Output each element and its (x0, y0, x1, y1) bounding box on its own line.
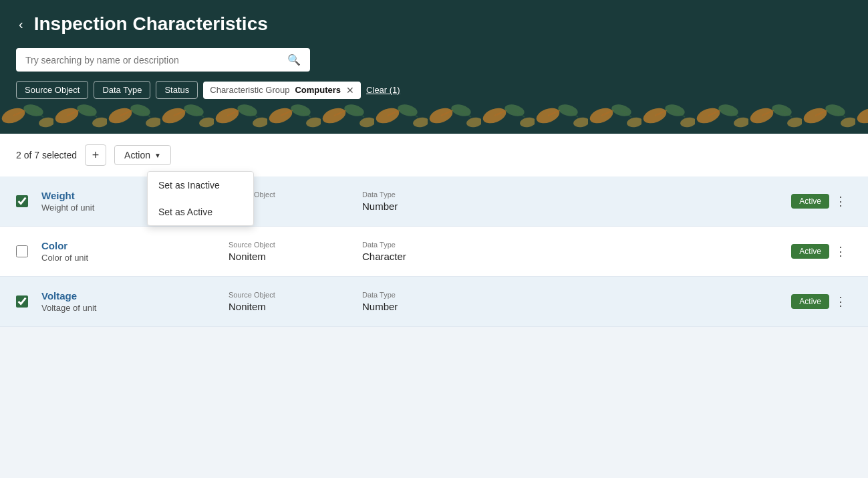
data-type-value-weight: Number (362, 201, 496, 212)
action-dropdown: Set as Inactive Set as Active (147, 171, 254, 226)
item-source-object-voltage: Source Object Nonitem (229, 291, 362, 312)
characteristic-group-tag: Characteristic Group Computers ✕ (203, 82, 361, 99)
data-type-label-weight: Data Type (362, 191, 496, 199)
data-type-label-color: Data Type (362, 241, 496, 249)
item-data-type-weight: Data Type Number (362, 191, 496, 212)
set-inactive-option[interactable]: Set as Inactive (148, 172, 253, 199)
status-badge-color: Active (791, 244, 829, 259)
item-checkbox-weight[interactable] (16, 195, 28, 207)
list-item: Weight Weight of unit Source Object Item… (0, 176, 868, 227)
item-info-color: Color Color of unit (41, 240, 229, 263)
item-data-type-voltage: Data Type Number (362, 291, 496, 312)
item-source-object-color: Source Object Nonitem (229, 241, 362, 262)
characteristic-group-label: Characteristic Group (210, 85, 289, 95)
data-type-filter-button[interactable]: Data Type (94, 81, 150, 99)
item-desc-color: Color of unit (41, 253, 229, 263)
selected-count: 2 of 7 selected (16, 150, 77, 160)
filter-row: Source Object Data Type Status Character… (16, 81, 852, 99)
source-object-label-color: Source Object (229, 241, 362, 249)
clear-filters-button[interactable]: Clear (1) (366, 85, 400, 95)
source-object-value-voltage: Nonitem (229, 301, 362, 312)
status-filter-button[interactable]: Status (156, 81, 198, 99)
chevron-down-icon: ▼ (154, 152, 161, 159)
more-options-button-weight[interactable]: ⋮ (829, 191, 852, 211)
data-type-value-voltage: Number (362, 301, 496, 312)
status-badge-weight: Active (791, 194, 829, 209)
add-button[interactable]: + (85, 144, 106, 166)
toolbar: 2 of 7 selected + Action ▼ Set as Inacti… (0, 134, 868, 176)
item-info-voltage: Voltage Voltage of unit (41, 290, 229, 313)
page-header: ‹ Inspection Characteristics 🔍 Source Ob… (0, 0, 868, 134)
action-label: Action (124, 150, 150, 160)
item-name-voltage[interactable]: Voltage (41, 290, 229, 302)
data-type-value-color: Character (362, 251, 496, 262)
data-type-label-voltage: Data Type (362, 291, 496, 299)
status-badge-voltage: Active (791, 294, 829, 309)
content-area: 2 of 7 selected + Action ▼ Set as Inacti… (0, 134, 868, 327)
item-data-type-color: Data Type Character (362, 241, 496, 262)
item-name-color[interactable]: Color (41, 240, 229, 251)
back-button[interactable]: ‹ (16, 14, 26, 35)
set-active-option[interactable]: Set as Active (148, 199, 253, 225)
characteristic-group-close-button[interactable]: ✕ (346, 85, 354, 96)
source-object-label-voltage: Source Object (229, 291, 362, 299)
item-desc-voltage: Voltage of unit (41, 303, 229, 313)
more-options-button-color[interactable]: ⋮ (829, 241, 852, 261)
search-input[interactable] (25, 55, 282, 66)
more-options-button-voltage[interactable]: ⋮ (829, 291, 852, 312)
action-button[interactable]: Action ▼ (114, 145, 171, 165)
items-list: Weight Weight of unit Source Object Item… (0, 176, 868, 327)
list-item: Voltage Voltage of unit Source Object No… (0, 277, 868, 327)
item-checkbox-voltage[interactable] (16, 295, 28, 308)
characteristic-group-value: Computers (295, 85, 341, 95)
list-item: Color Color of unit Source Object Nonite… (0, 227, 868, 277)
search-bar: 🔍 (16, 48, 310, 72)
page-title: Inspection Characteristics (34, 13, 268, 35)
source-object-value-color: Nonitem (229, 251, 362, 262)
banner-decoration (0, 97, 868, 134)
source-object-filter-button[interactable]: Source Object (16, 81, 88, 99)
item-checkbox-color[interactable] (16, 245, 28, 257)
svg-rect-5 (0, 97, 868, 134)
search-icon: 🔍 (287, 53, 301, 66)
